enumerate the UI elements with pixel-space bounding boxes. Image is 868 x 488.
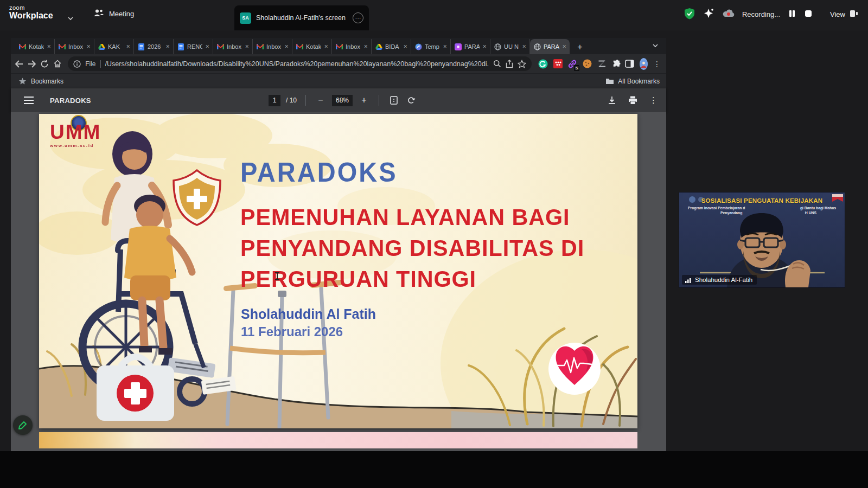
grammarly-extension-icon[interactable] [538, 59, 548, 69]
video-banner-subtitle2: Penyandang H UNS [679, 211, 845, 215]
browser-tab[interactable]: Inbox✕ [253, 39, 292, 54]
umm-logo: UMM www.umm.ac.id [50, 121, 101, 148]
pdf-menu-icon[interactable] [24, 97, 34, 104]
bookmark-star-icon[interactable] [518, 60, 526, 68]
browser-tab[interactable]: Kotak✕ [15, 39, 55, 54]
tab-close-icon[interactable]: ✕ [205, 44, 209, 49]
screen-share-tab[interactable]: SA Sholahuddin Al-Fatih's screen ··· [234, 5, 369, 30]
browser-tab[interactable]: Inbox✕ [213, 39, 253, 54]
browser-tab[interactable]: Kotak✕ [292, 39, 332, 54]
tab-close-icon[interactable]: ✕ [165, 44, 170, 49]
tab-label: RENC [187, 43, 202, 50]
zotero-extension-icon[interactable] [597, 59, 607, 69]
bookmarks-label[interactable]: Bookmarks [31, 78, 63, 85]
tab-avatar: SA [240, 12, 251, 24]
zoom-bottom-toolbar: Audio Video Participants 22 Chat [0, 451, 868, 488]
divider [305, 95, 306, 106]
pdf-more-icon[interactable]: ⋮ [649, 95, 658, 105]
zoom-top-bar: zoom Workplace Meeting SA Sholahuddin Al… [0, 0, 868, 30]
tab-label: Kotak [29, 43, 44, 50]
pdf-page-controls: 1 / 10 − 68% + [269, 88, 417, 112]
banner-sub1-right: gi Bantu bagi Mahas [800, 206, 836, 210]
tab-close-icon[interactable]: ✕ [284, 44, 289, 49]
slide-heading: PEMENUHAN LAYANAN BAGI PENYANDANG DISABI… [240, 202, 584, 294]
gmail-favicon [296, 43, 303, 50]
pdf-right-controls: ⋮ [608, 88, 658, 112]
browser-tab[interactable]: KAK✕ [94, 39, 134, 54]
browser-tab[interactable]: PARA✕ [451, 39, 490, 54]
purple-app-favicon [454, 43, 462, 50]
profile-avatar[interactable] [640, 58, 648, 70]
browser-tab[interactable]: 2026✕ [134, 39, 174, 54]
tab-close-icon[interactable]: ✕ [443, 44, 447, 49]
folder-icon [605, 78, 614, 85]
all-bookmarks-button[interactable]: All Bookmarks [605, 78, 660, 85]
pause-recording-icon[interactable] [788, 9, 796, 20]
browser-tab[interactable]: Temp✕ [411, 39, 451, 54]
download-button[interactable] [608, 96, 616, 105]
annotation-pencil-button[interactable] [13, 415, 33, 435]
share-page-icon[interactable] [506, 60, 513, 68]
bookmarks-bar-star-icon[interactable] [18, 77, 27, 85]
home-button[interactable] [53, 57, 62, 71]
pdf-viewport[interactable]: UMM www.umm.ac.id PARADOKS PEMENUHAN LAY… [11, 112, 666, 451]
tab-close-icon[interactable]: ✕ [363, 44, 368, 49]
extensions-puzzle-icon[interactable] [611, 59, 621, 69]
search-icon[interactable] [493, 60, 501, 68]
page-number-input[interactable]: 1 [269, 95, 280, 106]
view-button[interactable]: View [830, 10, 858, 19]
zoom-level[interactable]: 68% [332, 95, 353, 106]
tab-close-icon[interactable]: ✕ [86, 44, 91, 49]
url-separator [100, 60, 101, 68]
browser-tab[interactable]: Inbox✕ [332, 39, 372, 54]
tab-more-icon[interactable]: ··· [353, 12, 363, 23]
browser-tab-active[interactable]: PARA✕ [530, 39, 570, 54]
link-extension-icon[interactable]: 5 [567, 59, 577, 69]
zoom-out-button[interactable]: − [315, 94, 327, 106]
ai-sparkle-icon[interactable] [703, 8, 715, 21]
slide-author: Sholahuddin Al Fatih [241, 306, 376, 322]
divider [379, 95, 379, 106]
tab-close-icon[interactable]: ✕ [562, 44, 566, 49]
rotate-icon[interactable] [405, 94, 417, 106]
cookie-extension-icon[interactable] [582, 59, 592, 69]
tab-label: PARA [544, 43, 559, 50]
participant-name: Sholahuddin Al-Fatih [695, 277, 752, 283]
gmail-favicon [216, 43, 224, 50]
new-tab-button[interactable]: + [573, 40, 587, 54]
tab-close-icon[interactable]: ✕ [403, 44, 407, 49]
workspace-chevron-down-icon[interactable] [67, 13, 74, 23]
browser-tab[interactable]: UU N✕ [490, 39, 530, 54]
gmail-favicon [58, 43, 66, 50]
meeting-tab[interactable]: Meeting [93, 9, 134, 19]
browser-tab[interactable]: Inbox✕ [55, 39, 94, 54]
tab-close-icon[interactable]: ✕ [126, 44, 130, 49]
browser-tab[interactable]: RENC✕ [174, 39, 213, 54]
tab-label: Inbox [227, 43, 242, 50]
banner-sub2-left: Penyandang [720, 211, 742, 215]
fit-page-icon[interactable] [388, 94, 400, 106]
self-video-tile[interactable]: SOSIALISASI PENGUATAN KEBIJAKAN Program … [679, 192, 845, 287]
security-shield-icon[interactable] [684, 8, 695, 21]
browser-tab[interactable]: BIDA✕ [372, 39, 411, 54]
url-bar[interactable]: File /Users/sholahuddinalfatih/Downloads… [68, 56, 532, 71]
tab-close-icon[interactable]: ✕ [47, 44, 51, 49]
zoom-in-button[interactable]: + [358, 94, 370, 106]
print-button[interactable] [628, 96, 637, 105]
tab-close-icon[interactable]: ✕ [482, 44, 487, 49]
forward-button[interactable] [27, 57, 37, 71]
reload-button[interactable] [40, 57, 50, 71]
browser-menu-icon[interactable]: ⋮ [653, 60, 661, 68]
tab-label: Inbox [346, 43, 361, 50]
tab-list-chevron-icon[interactable] [652, 40, 659, 50]
browser-tab-strip: Kotak✕ Inbox✕ KAK✕ 2026✕ RENC✕ Inbox✕ In… [11, 38, 666, 54]
stop-recording-icon[interactable] [804, 9, 813, 20]
tab-close-icon[interactable]: ✕ [522, 44, 526, 49]
tab-close-icon[interactable]: ✕ [245, 44, 249, 49]
back-button[interactable] [14, 57, 24, 71]
page-info-icon[interactable] [73, 60, 81, 68]
red-grid-extension-icon[interactable] [553, 59, 563, 69]
slide-title: PARADOKS [240, 156, 397, 188]
tab-close-icon[interactable]: ✕ [324, 44, 328, 49]
sidebar-toggle-icon[interactable] [624, 57, 634, 71]
